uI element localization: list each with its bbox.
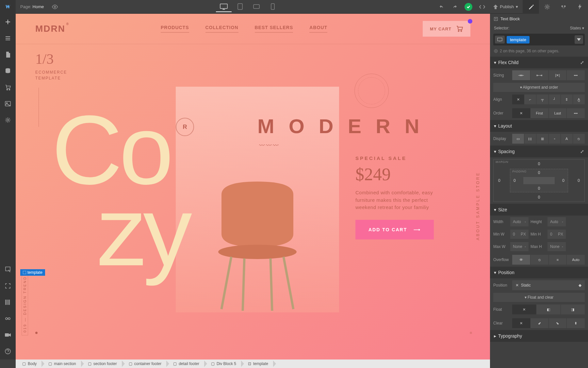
video-icon[interactable] (0, 327, 16, 343)
bc-section-footer[interactable]: ▢ section footer (81, 359, 122, 368)
expand-icon[interactable]: ⤢ (580, 60, 584, 65)
year-trend-label[interactable]: 019 — DESIGN TREND (22, 273, 28, 335)
order-more-icon[interactable]: ••• (567, 108, 585, 118)
interactions-tab-icon[interactable] (555, 0, 572, 14)
code-export-icon[interactable] (476, 0, 489, 14)
pages-icon[interactable] (0, 46, 16, 63)
flex-child-section[interactable]: ▾ Flex Child⤢ (490, 57, 588, 68)
status-saved-icon[interactable] (465, 3, 472, 11)
overflow-hidden-icon[interactable]: ⦸ (531, 255, 549, 265)
sizing-more-icon[interactable]: ••• (567, 70, 585, 80)
inherit-device-icon[interactable] (495, 36, 505, 44)
display-inline-icon[interactable]: A (561, 134, 573, 144)
nav-collection[interactable]: COLLECTION (205, 25, 238, 33)
float-right-icon[interactable]: ◨ (561, 305, 585, 314)
bc-body[interactable]: ▢ Body (16, 359, 42, 368)
states-dropdown[interactable]: States ▾ (570, 26, 584, 30)
margin-bottom[interactable]: 0 (538, 195, 540, 200)
sizing-shrink-icon[interactable]: ⇥⇤ (512, 70, 531, 80)
display-flex-icon[interactable]: ⫿⫿ (524, 134, 536, 144)
align-center-icon[interactable]: ╤ (536, 95, 548, 104)
minh-input[interactable]: 0PX (547, 230, 566, 239)
width-input[interactable]: Auto- (510, 217, 529, 226)
sizing-none-icon[interactable]: |✕| (549, 70, 567, 80)
nav-bestsellers[interactable]: BEST SELLERS (255, 25, 293, 33)
preview-icon[interactable] (48, 0, 61, 14)
clear-left-icon[interactable]: ⬋ (531, 318, 549, 328)
order-reset-icon[interactable]: ✕ (512, 108, 531, 118)
page-selector[interactable]: Page: Home (16, 4, 48, 9)
tablet-landscape-icon[interactable] (249, 2, 264, 12)
align-end-icon[interactable]: ┘ (549, 95, 561, 104)
navigator-icon[interactable] (0, 30, 16, 46)
canvas-fit-icon[interactable] (0, 278, 16, 294)
align-start-icon[interactable]: ⌐ (524, 95, 536, 104)
webflow-logo[interactable] (0, 0, 16, 14)
align-reset-icon[interactable]: ✕ (512, 95, 524, 104)
overflow-visible-icon[interactable]: 👁 (512, 255, 531, 265)
display-none-icon[interactable]: ⦸ (573, 134, 585, 144)
overflow-auto-button[interactable]: Auto (567, 255, 585, 265)
style-tab-icon[interactable] (523, 0, 539, 14)
about-side-label[interactable]: ABOUT SAMPLE STORE (476, 172, 480, 240)
maxw-input[interactable]: None- (510, 242, 529, 251)
padding-right[interactable]: 0 (562, 178, 564, 183)
redo-icon[interactable] (448, 0, 461, 14)
height-input[interactable]: Auto- (547, 217, 566, 226)
overflow-scroll-icon[interactable]: ≡ (549, 255, 567, 265)
effects-tab-icon[interactable] (572, 0, 588, 14)
mobile-device-icon[interactable] (265, 2, 281, 12)
minw-input[interactable]: 0PX (510, 230, 529, 239)
layout-section[interactable]: ▾ Layout (490, 120, 588, 132)
hero-headline[interactable]: Cozy (52, 110, 189, 272)
assets-icon[interactable] (0, 96, 16, 112)
tablet-device-icon[interactable] (232, 2, 248, 12)
alignment-order-toggle[interactable]: ▾ Alignment and order (493, 83, 585, 92)
padding-top[interactable]: 0 (538, 170, 540, 175)
bc-container-footer[interactable]: ▢ container footer (122, 359, 167, 368)
box-model-editor[interactable]: MARGIN 0 0 0 0 PADDING 0 0 0 0 (493, 159, 585, 202)
add-class-icon[interactable] (575, 35, 583, 44)
typography-section[interactable]: ▸ Typography (490, 330, 588, 342)
publish-button[interactable]: Publish ▾ (489, 0, 523, 14)
bc-template[interactable]: ⊡ template (241, 359, 273, 368)
class-token[interactable]: template (507, 36, 530, 44)
clear-right-icon[interactable]: ⬊ (549, 318, 567, 328)
display-grid-icon[interactable]: ⊞ (536, 134, 548, 144)
cms-icon[interactable] (0, 63, 16, 79)
bc-main-section[interactable]: ▢ main section (42, 359, 81, 368)
nav-about[interactable]: ABOUT (309, 25, 327, 33)
expand-icon[interactable]: ⤢ (580, 149, 584, 154)
align-stretch-icon[interactable]: ⇕ (561, 95, 573, 104)
cart-button[interactable]: MY CART (423, 21, 470, 37)
audit-icon[interactable] (0, 310, 16, 327)
bc-detail-footer[interactable]: ▢ detail footer (167, 359, 204, 368)
undo-icon[interactable] (435, 0, 448, 14)
margin-left[interactable]: 0 (498, 178, 500, 183)
float-left-icon[interactable]: ◧ (536, 305, 561, 314)
align-baseline-icon[interactable]: A̲ (573, 95, 585, 104)
position-section[interactable]: ▾ Position (490, 267, 588, 278)
bc-div-block[interactable]: ▢ Div Block 5 (204, 359, 241, 368)
settings-icon[interactable] (0, 112, 16, 128)
settings-tab-icon[interactable] (539, 0, 555, 14)
clear-none-icon[interactable]: ✕ (512, 318, 531, 328)
float-none-icon[interactable]: ✕ (512, 305, 536, 314)
display-inlineblock-icon[interactable]: ▫ (549, 134, 561, 144)
maxh-input[interactable]: None- (547, 242, 566, 251)
class-token-row[interactable]: template (493, 34, 585, 45)
add-element-icon[interactable] (0, 14, 16, 30)
selection-tag[interactable]: template (20, 269, 45, 276)
nav-products[interactable]: PRODUCTS (161, 25, 189, 33)
padding-bottom[interactable]: 0 (538, 186, 540, 191)
display-block-icon[interactable]: ▭ (512, 134, 524, 144)
margin-right[interactable]: 0 (578, 178, 580, 183)
padding-left[interactable]: 0 (514, 178, 516, 183)
cursor-tool-icon[interactable] (0, 261, 16, 278)
grid-icon[interactable] (0, 294, 16, 310)
position-select[interactable]: ✕ Static◆ (512, 280, 585, 290)
margin-top[interactable]: 0 (538, 162, 540, 166)
brand-logo[interactable]: MDRN® (35, 24, 65, 34)
desktop-device-icon[interactable] (216, 2, 232, 12)
float-clear-toggle[interactable]: ▾ Float and clear (493, 293, 585, 302)
